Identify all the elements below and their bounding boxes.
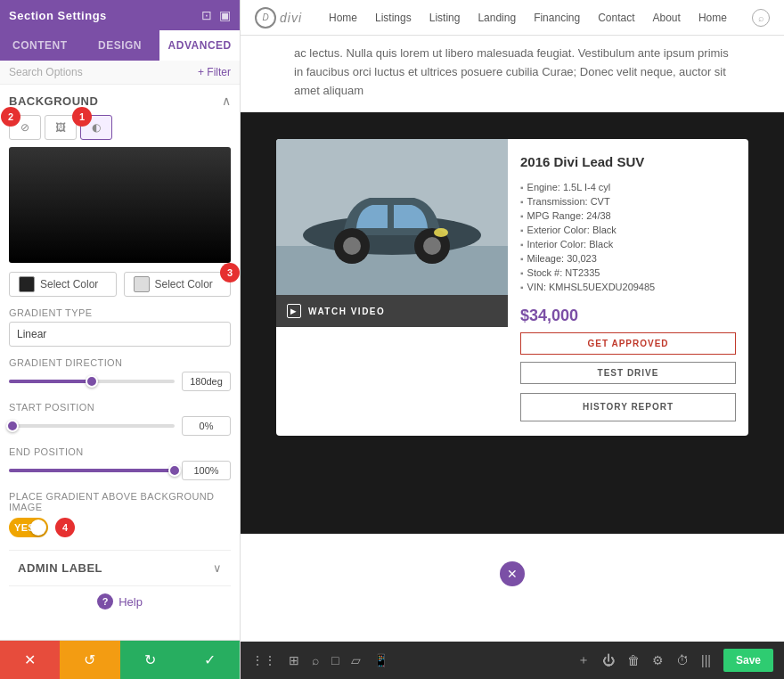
end-position-field: End Position [9, 446, 231, 480]
gradient-type-select[interactable]: Linear [9, 322, 231, 347]
place-gradient-toggle[interactable]: YES [9, 518, 48, 537]
svg-point-6 [423, 237, 441, 255]
collapse-icon[interactable]: ∧ [222, 94, 231, 108]
nav-logo: D divi [255, 7, 302, 29]
end-position-label: End Position [9, 446, 231, 457]
toolbar-grid-icon[interactable]: ⊞ [289, 653, 299, 667]
fullscreen-icon[interactable]: ⊡ [201, 8, 212, 22]
nav-listings[interactable]: Listings [375, 12, 412, 24]
car-info-side: 2016 Divi Lead SUV Engine: 1.5L I-4 cyl … [508, 139, 748, 436]
nav-about[interactable]: About [653, 12, 681, 24]
nav-financing[interactable]: Financing [534, 12, 580, 24]
gradient-direction-fill [9, 380, 92, 383]
color1-swatch [19, 276, 35, 292]
reset-button[interactable]: ↺ [60, 641, 119, 679]
toolbar-power-icon[interactable]: ⏻ [602, 653, 615, 667]
columns-icon[interactable]: ▣ [219, 8, 231, 22]
nav-contact[interactable]: Contact [598, 12, 634, 24]
color-row: Select Color Select Color 3 [9, 272, 231, 297]
toolbar-right: ＋ ⏻ 🗑 ⚙ ⏱ ||| Save [577, 649, 773, 672]
car-card: ▶ WATCH VIDEO 2016 Divi Lead SUV Engine:… [276, 139, 748, 436]
toolbar-desktop-icon[interactable]: □ [331, 653, 339, 667]
nav-home1[interactable]: Home [329, 12, 357, 24]
toolbar-bars-icon[interactable]: ||| [701, 653, 711, 667]
spec-engine: Engine: 1.5L I-4 cyl [520, 180, 736, 194]
toolbar-trash-icon[interactable]: 🗑 [627, 653, 640, 667]
start-position-label: Start Position [9, 402, 231, 413]
start-position-thumb[interactable] [6, 420, 19, 432]
spec-vin: VIN: KMHSL5UEXDU209485 [520, 280, 736, 294]
nav-listing[interactable]: Listing [429, 12, 461, 24]
help-icon: ? [97, 593, 113, 609]
spec-interior: Interior Color: Black [520, 237, 736, 251]
toggle-row: YES 4 [9, 518, 231, 537]
toolbar-settings-icon[interactable]: ⚙ [652, 653, 664, 667]
admin-label-chevron: ∨ [213, 561, 222, 575]
bottom-toolbar: ⋮⋮ ⊞ ⌕ □ ▱ 📱 ＋ ⏻ 🗑 ⚙ ⏱ ||| Save [241, 642, 784, 679]
gradient-type-label: Gradient Type [9, 307, 231, 318]
confirm-button[interactable]: ✓ [180, 641, 240, 679]
floating-close-button[interactable]: ✕ [500, 561, 525, 586]
panel-header: Section Settings ⊡ ▣ [0, 0, 240, 30]
end-position-fill [9, 469, 175, 472]
background-label: Background [9, 94, 98, 108]
toggle-knob [30, 519, 46, 536]
bg-gradient-icon: ◐ [92, 121, 101, 134]
tab-advanced[interactable]: Advanced [159, 30, 240, 61]
bottom-actions: ✕ ↺ ↻ ✓ [0, 640, 240, 679]
gradient-preview [9, 147, 231, 263]
start-position-value[interactable] [182, 416, 231, 436]
help-row[interactable]: ? Help [9, 585, 231, 617]
tabs-row: Content Design Advanced [0, 30, 240, 61]
toolbar-add-icon[interactable]: ＋ [577, 652, 590, 668]
car-section: ▶ WATCH VIDEO 2016 Divi Lead SUV Engine:… [241, 112, 784, 462]
watch-video-bar[interactable]: ▶ WATCH VIDEO [276, 295, 508, 327]
toolbar-history-icon[interactable]: ⏱ [676, 653, 689, 667]
logo-text: divi [280, 11, 302, 25]
end-position-thumb[interactable] [168, 464, 181, 477]
bg-type-none[interactable]: 2 ⊘ [9, 115, 41, 140]
badge-3: 3 [220, 263, 240, 282]
background-label-row: Background ∧ [9, 94, 231, 108]
tab-content[interactable]: Content [0, 30, 80, 61]
car-image-side: ▶ WATCH VIDEO [276, 139, 508, 436]
get-approved-button[interactable]: GET APPROVED [520, 332, 736, 355]
gradient-direction-slider-row: 180deg [9, 372, 231, 391]
cancel-button[interactable]: ✕ [0, 641, 60, 679]
toolbar-mobile-icon[interactable]: 📱 [373, 653, 388, 667]
car-svg [276, 139, 508, 295]
admin-label-row[interactable]: Admin Label ∨ [9, 550, 231, 585]
end-position-value[interactable] [182, 461, 231, 480]
gradient-direction-thumb[interactable] [86, 375, 98, 388]
end-position-slider-row [9, 461, 231, 480]
gradient-direction-field: Gradient Direction 180deg [9, 357, 231, 391]
help-label: Help [118, 595, 143, 609]
bg-type-row: 2 ⊘ 🖼 1 ◐ [9, 115, 231, 140]
search-row: Search Options + Filter [0, 61, 240, 85]
toolbar-tablet-icon[interactable]: ▱ [351, 653, 361, 667]
color2-button[interactable]: Select Color [124, 272, 232, 297]
panel-title: Section Settings [9, 9, 107, 22]
save-button[interactable]: Save [723, 649, 773, 672]
redo-button[interactable]: ↻ [120, 641, 180, 679]
bg-type-gradient[interactable]: 1 ◐ [80, 115, 112, 140]
toolbar-left: ⋮⋮ ⊞ ⌕ □ ▱ 📱 [251, 653, 388, 667]
admin-label-text: Admin Label [18, 561, 102, 575]
toolbar-search-icon[interactable]: ⌕ [312, 653, 319, 667]
nav-search-icon[interactable]: ⌕ [752, 9, 770, 27]
gradient-direction-value[interactable]: 180deg [182, 372, 231, 391]
tab-design[interactable]: Design [80, 30, 160, 61]
history-report-button[interactable]: HISTORY REPORT [520, 393, 736, 421]
badge-2: 2 [1, 107, 20, 127]
test-drive-button[interactable]: TEST DRIVE [520, 362, 736, 384]
nav-home2[interactable]: Home [698, 12, 727, 24]
color1-button[interactable]: Select Color [9, 272, 117, 297]
main-text: ac lectus. Nulla quis lorem ut libero ma… [294, 45, 731, 100]
start-position-field: Start Position [9, 402, 231, 436]
spec-stock: Stock #: NT2335 [520, 266, 736, 280]
end-position-track [9, 469, 175, 472]
toolbar-dots-icon[interactable]: ⋮⋮ [251, 653, 276, 667]
filter-button[interactable]: + Filter [198, 66, 231, 78]
gradient-direction-track [9, 380, 175, 383]
nav-landing[interactable]: Landing [478, 12, 516, 24]
